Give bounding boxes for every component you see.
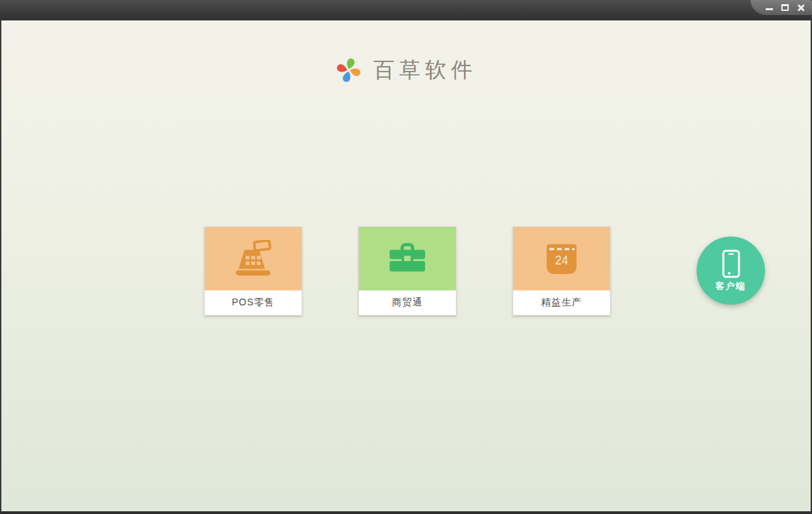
calendar-day-number: 24 — [555, 254, 568, 267]
pinwheel-logo-icon — [335, 57, 362, 84]
titlebar — [0, 0, 812, 20]
tile-label: 商贸通 — [359, 290, 456, 315]
close-icon — [797, 3, 805, 12]
tile-trade[interactable]: 商贸通 — [358, 226, 456, 316]
close-button[interactable] — [796, 3, 805, 12]
briefcase-icon — [387, 243, 428, 275]
tile-label: 精益生产 — [513, 290, 610, 315]
product-tiles: POS零售 商贸通 — [204, 226, 611, 316]
smartphone-icon — [722, 250, 740, 278]
app-window: 百草软件 — [0, 0, 812, 514]
cash-register-icon — [232, 240, 274, 278]
calendar-icon: 24 — [545, 242, 579, 276]
tile-pos-retail-art — [205, 227, 302, 290]
brand-header: 百草软件 — [1, 56, 811, 85]
minimize-button[interactable] — [765, 3, 774, 12]
app-title: 百草软件 — [373, 56, 477, 85]
maximize-icon — [781, 4, 789, 11]
minimize-icon — [766, 8, 773, 10]
tile-lean-production[interactable]: 24 精益生产 — [512, 226, 611, 316]
tile-trade-art — [359, 227, 456, 290]
mobile-client-label: 客户端 — [716, 280, 746, 292]
tile-lean-production-art: 24 — [513, 227, 610, 290]
maximize-button[interactable] — [781, 3, 789, 12]
window-controls — [751, 0, 812, 15]
content-area: 百草软件 — [0, 20, 812, 514]
tile-pos-retail[interactable]: POS零售 — [204, 226, 302, 316]
tile-label: POS零售 — [205, 290, 302, 315]
mobile-client-button[interactable]: 客户端 — [697, 237, 765, 305]
